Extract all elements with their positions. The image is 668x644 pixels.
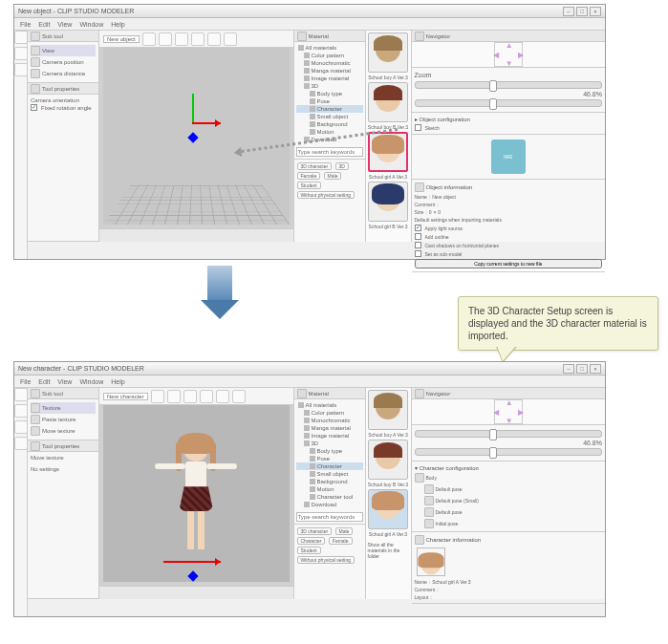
tree-small[interactable]: Small object [317, 471, 349, 477]
min-button[interactable]: – [563, 364, 574, 374]
tree-character[interactable]: Character [317, 463, 342, 469]
tree-all[interactable]: All materials [306, 402, 337, 408]
tree-color[interactable]: Color pattern [312, 53, 345, 58]
tree-bg[interactable]: Background [317, 479, 348, 484]
body-item[interactable]: Default pose (Small) [436, 498, 479, 504]
thumb-boy-a[interactable] [368, 390, 408, 430]
material-tree[interactable]: All materials Color pattern Monochromati… [294, 42, 365, 145]
body-item[interactable]: Body [426, 475, 437, 481]
chk-apply-light[interactable] [415, 225, 421, 231]
tree-character[interactable]: Character [317, 106, 342, 112]
navigator-pad[interactable]: ▲▼◀▶ [412, 399, 606, 425]
tree-color[interactable]: Color pattern [312, 410, 345, 416]
show-all-label[interactable]: Show all the materials in the folder [368, 539, 409, 562]
tag[interactable]: Female [297, 172, 321, 180]
search-input[interactable] [296, 512, 363, 522]
subtool-move-tex[interactable]: Move texture [31, 425, 96, 437]
chk-sketch[interactable] [415, 124, 421, 131]
vp-btn-icon[interactable] [232, 390, 246, 403]
tree-motion[interactable]: Motion [317, 486, 334, 492]
subtool-cam-pos[interactable]: Camera position [31, 56, 96, 68]
vp-btn-icon[interactable] [142, 32, 156, 46]
tree-pose[interactable]: Pose [317, 456, 331, 462]
subtool-view[interactable]: View [31, 45, 96, 56]
tree-download[interactable]: Download [312, 502, 337, 507]
tag[interactable]: Without physical setting [297, 191, 356, 199]
vp-btn-icon[interactable] [183, 390, 197, 403]
vp-btn-icon[interactable] [175, 32, 188, 46]
tool-zoom-icon[interactable] [14, 404, 28, 418]
menu-help[interactable]: Help [111, 21, 124, 28]
material-tree[interactable]: All materials Color pattern Monochromati… [294, 399, 365, 510]
thumb-girl-a[interactable] [368, 489, 408, 529]
copy-settings-button[interactable]: Copy current settings to new file [415, 259, 603, 268]
menu-window[interactable]: Window [79, 378, 103, 385]
menu-view[interactable]: View [57, 21, 72, 28]
tag[interactable]: Female [329, 537, 353, 545]
tree-pose[interactable]: Pose [317, 98, 331, 104]
subtool-cam-dist[interactable]: Camera distance [31, 68, 96, 79]
close-button[interactable]: × [590, 364, 601, 374]
menu-help[interactable]: Help [111, 378, 124, 385]
search-input[interactable] [296, 147, 363, 157]
zoom-slider[interactable] [415, 430, 603, 438]
tree-chartool[interactable]: Character tool [317, 494, 354, 500]
vp-btn-icon[interactable] [207, 32, 221, 46]
menu-window[interactable]: Window [79, 21, 103, 28]
angle-slider[interactable] [415, 99, 603, 107]
vp-btn-icon[interactable] [216, 390, 229, 403]
tree-manga[interactable]: Manga material [312, 425, 351, 431]
menu-edit[interactable]: Edit [38, 378, 50, 385]
thumb-girl-b[interactable] [368, 182, 408, 222]
tag[interactable]: 3D [335, 162, 349, 170]
angle-slider[interactable] [415, 448, 603, 456]
tree-motion[interactable]: Motion [317, 129, 334, 135]
vp-btn-icon[interactable] [159, 32, 172, 46]
body-item[interactable]: Default pose [436, 509, 463, 515]
menu-view[interactable]: View [57, 378, 72, 385]
subtool-paste[interactable]: Paste texture [31, 414, 96, 425]
chk-outline[interactable] [415, 233, 421, 240]
tag[interactable]: Student [297, 182, 321, 189]
tree-image[interactable]: Image material [312, 433, 350, 439]
tag[interactable]: Student [297, 547, 321, 554]
min-button[interactable]: – [563, 7, 574, 16]
close-button[interactable]: × [590, 7, 601, 16]
tree-mono[interactable]: Monochromatic [312, 60, 351, 66]
tree-manga[interactable]: Manga material [312, 68, 351, 74]
tool-bone-icon[interactable] [14, 437, 28, 450]
body-item[interactable]: Default pose [436, 486, 463, 492]
tag[interactable]: Character [297, 537, 326, 545]
navigator-pad[interactable]: ▲▼◀▶ [412, 42, 606, 68]
tool-rotate-icon[interactable] [14, 420, 28, 434]
vp-btn-icon[interactable] [191, 32, 205, 46]
tool-move-icon[interactable] [14, 388, 28, 401]
vp-btn-icon[interactable] [200, 390, 213, 403]
vp-btn-icon[interactable] [151, 390, 164, 403]
viewport-3d[interactable]: New character [99, 388, 294, 599]
tree-all[interactable]: All materials [306, 45, 337, 51]
viewport-3d[interactable]: New object [99, 31, 294, 242]
max-button[interactable]: □ [576, 7, 588, 16]
max-button[interactable]: □ [576, 364, 588, 374]
tag[interactable]: Male [324, 172, 342, 180]
menu-edit[interactable]: Edit [38, 21, 50, 28]
subtool-texture[interactable]: Texture [31, 402, 96, 414]
tree-image[interactable]: Image material [312, 75, 350, 81]
thumb-boy-a[interactable] [368, 32, 408, 73]
tool-rotate-icon[interactable] [14, 63, 28, 76]
tree-3d[interactable]: 3D [312, 83, 319, 89]
menu-file[interactable]: File [20, 21, 31, 28]
menu-file[interactable]: File [20, 378, 31, 385]
tree-bg[interactable]: Background [317, 121, 348, 127]
tree-body[interactable]: Body type [317, 91, 343, 97]
chk-fixed-angle[interactable] [31, 104, 37, 111]
viewport-tab[interactable]: New object [103, 35, 140, 43]
zoom-slider[interactable] [415, 81, 603, 89]
tag[interactable]: 3D character [297, 527, 333, 535]
tool-move-icon[interactable] [14, 31, 28, 44]
character-model[interactable] [179, 437, 213, 549]
vp-btn-icon[interactable] [224, 32, 237, 46]
tree-3d[interactable]: 3D [312, 440, 319, 446]
viewport-tab[interactable]: New character [103, 393, 148, 400]
